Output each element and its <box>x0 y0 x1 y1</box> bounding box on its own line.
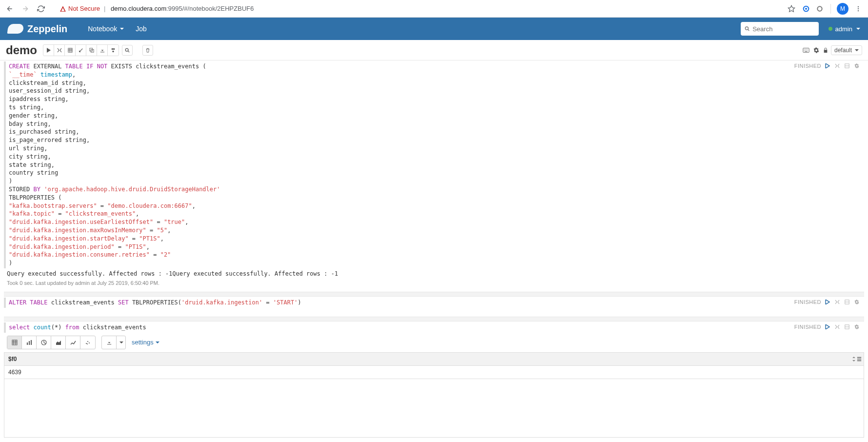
svg-rect-25 <box>29 341 30 345</box>
chevron-down-icon <box>156 342 159 343</box>
version-control-button[interactable] <box>108 45 118 56</box>
svg-rect-24 <box>27 342 28 345</box>
svg-point-15 <box>125 48 128 51</box>
svg-point-12 <box>112 48 113 49</box>
keyboard-shortcuts-icon[interactable] <box>802 46 810 54</box>
search-box[interactable] <box>741 22 819 36</box>
paragraph: FINISHED ALTER TABLE clickstream_events … <box>4 298 864 313</box>
table-cell: 4639 <box>4 365 864 379</box>
run-all-button[interactable] <box>43 45 54 56</box>
find-button[interactable] <box>122 45 133 56</box>
url-display[interactable]: demo.cloudera.com:9995/#/notebook/2EHPZB… <box>111 5 254 12</box>
svg-point-28 <box>86 343 87 344</box>
interpreter-binding-icon[interactable] <box>812 46 820 54</box>
code-editor[interactable]: ALTER TABLE clickstream_events SET TBLPR… <box>4 298 864 308</box>
paragraph-settings-icon[interactable] <box>853 323 860 330</box>
svg-point-4 <box>858 6 859 7</box>
download-button[interactable] <box>102 336 117 349</box>
area-chart-button[interactable] <box>51 336 66 349</box>
line-chart-button[interactable] <box>66 336 80 349</box>
paragraph-controls: FINISHED <box>794 323 860 330</box>
paragraph-result: Query executed successfully. Affected ro… <box>4 268 864 277</box>
warning-icon <box>59 5 66 12</box>
hide-editor-icon[interactable] <box>834 323 841 330</box>
svg-point-5 <box>858 8 859 9</box>
app-header: Zeppelin Notebook Job admin <box>0 18 868 40</box>
nav-notebook[interactable]: Notebook <box>82 22 130 36</box>
paragraph: FINISHED select count(*) from clickstrea… <box>4 322 864 438</box>
paragraph-meta: Took 0 sec. Last updated by admin at Jul… <box>4 277 864 288</box>
paragraph-status: FINISHED <box>794 299 821 305</box>
svg-point-14 <box>112 50 114 52</box>
forward-button[interactable] <box>20 3 31 15</box>
paragraph-separator <box>4 292 864 297</box>
paragraph-controls: FINISHED <box>794 299 860 305</box>
notebook-toolbar: demo default <box>0 40 868 60</box>
download-group <box>101 336 126 349</box>
paragraph: FINISHED CREATE EXTERNAL TABLE IF NOT EX… <box>4 61 864 288</box>
svg-point-29 <box>87 341 88 342</box>
bookmark-star-icon[interactable] <box>786 3 797 15</box>
profile-avatar[interactable]: M <box>837 3 848 15</box>
svg-marker-19 <box>826 300 829 304</box>
column-header[interactable]: $f0 <box>4 352 864 365</box>
run-paragraph-icon[interactable] <box>824 299 831 305</box>
hide-editor-icon[interactable] <box>834 299 841 305</box>
nav-job[interactable]: Job <box>130 22 153 36</box>
chevron-down-icon <box>855 49 859 51</box>
browser-menu-icon[interactable] <box>852 3 864 15</box>
table-view-button[interactable] <box>7 336 22 349</box>
column-menu-icon[interactable] <box>857 357 862 362</box>
status-dot-icon <box>829 27 832 31</box>
show-hide-output-button[interactable] <box>65 45 76 56</box>
download-dropdown[interactable] <box>117 336 125 349</box>
paragraph-status: FINISHED <box>794 324 821 330</box>
hide-output-icon[interactable] <box>844 299 850 305</box>
svg-marker-8 <box>47 48 51 53</box>
sort-icon[interactable] <box>852 357 856 362</box>
svg-point-7 <box>745 27 748 30</box>
back-button[interactable] <box>4 3 16 15</box>
zeppelin-logo-icon <box>7 24 24 34</box>
clone-note-button[interactable] <box>86 45 97 56</box>
extension-icon-2[interactable] <box>815 4 825 14</box>
bar-chart-button[interactable] <box>22 336 37 349</box>
reload-button[interactable] <box>35 3 47 15</box>
code-editor[interactable]: CREATE EXTERNAL TABLE IF NOT EXISTS clic… <box>4 61 864 268</box>
permissions-icon[interactable] <box>822 46 829 54</box>
mode-dropdown[interactable]: default <box>831 45 862 55</box>
chart-type-group <box>7 336 96 349</box>
code-editor[interactable]: select count(*) from clickstream_events <box>4 322 864 333</box>
run-button-group <box>43 44 119 56</box>
paragraph-settings-icon[interactable] <box>853 299 860 305</box>
clear-output-button[interactable] <box>76 45 86 56</box>
trash-button[interactable] <box>142 45 153 56</box>
zeppelin-logo[interactable]: Zeppelin <box>8 23 67 35</box>
user-dropdown[interactable]: admin <box>829 25 860 33</box>
svg-point-13 <box>113 48 115 49</box>
extension-icon[interactable] <box>801 4 811 14</box>
table-row: 4639 <box>4 365 864 379</box>
security-label: Not Secure <box>68 5 100 12</box>
hide-output-icon[interactable] <box>844 323 850 330</box>
chevron-down-icon <box>120 28 124 30</box>
svg-rect-26 <box>31 340 32 345</box>
paragraph-separator <box>4 317 864 321</box>
result-settings-link[interactable]: settings <box>132 339 159 346</box>
svg-marker-21 <box>826 324 829 329</box>
svg-marker-0 <box>788 5 794 12</box>
search-input[interactable] <box>752 25 814 33</box>
pie-chart-button[interactable] <box>37 336 51 349</box>
export-note-button[interactable] <box>97 45 108 56</box>
scatter-chart-button[interactable] <box>80 336 95 349</box>
svg-point-3 <box>817 6 822 11</box>
search-icon <box>745 26 750 32</box>
security-indicator[interactable]: Not Secure <box>59 5 100 12</box>
svg-rect-9 <box>68 48 72 52</box>
notebook-title[interactable]: demo <box>6 43 37 57</box>
svg-point-2 <box>805 8 807 10</box>
svg-point-6 <box>858 10 859 11</box>
svg-rect-23 <box>12 340 17 345</box>
show-hide-code-button[interactable] <box>54 45 65 56</box>
run-paragraph-icon[interactable] <box>824 323 831 330</box>
